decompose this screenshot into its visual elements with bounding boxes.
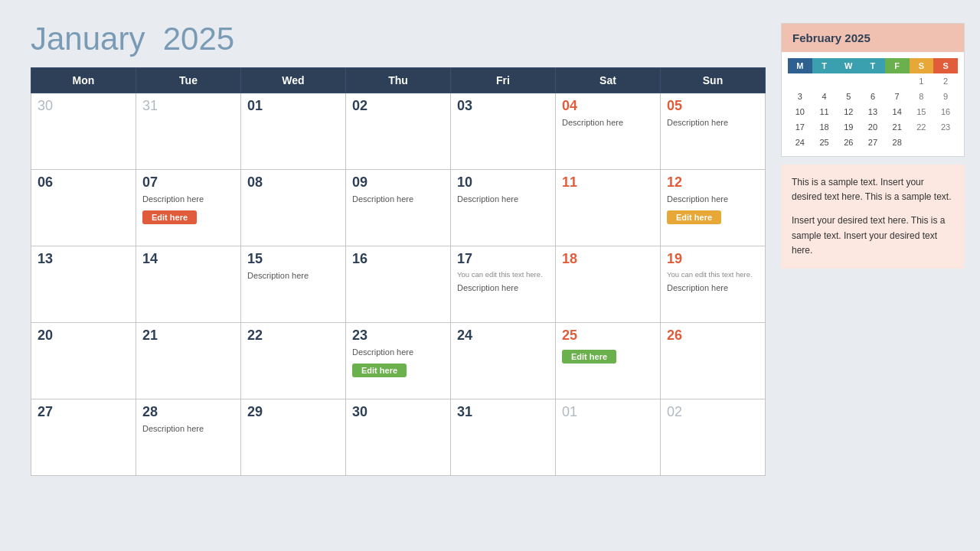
weekday-header-tue: Tue (136, 68, 241, 93)
calendar-cell: 22 (241, 323, 346, 399)
day-number: 30 (38, 98, 129, 114)
day-number: 31 (457, 404, 549, 420)
day-number: 12 (667, 174, 759, 191)
day-number: 26 (667, 328, 759, 344)
mini-weekday-f-4: F (885, 58, 910, 73)
calendar-cell: 24 (451, 323, 556, 399)
sidebar-text-block: This is a sample text. Insert your desir… (781, 165, 965, 269)
day-number: 20 (38, 328, 129, 344)
calendar-cell: 29 (241, 399, 346, 476)
mini-cal-cell: 24 (788, 135, 812, 150)
calendar-cell: 25Edit here (556, 323, 661, 399)
day-description: Description here (667, 117, 759, 128)
day-number: 04 (562, 98, 654, 114)
day-number: 07 (142, 174, 234, 191)
mini-cal-cell: 21 (885, 119, 910, 135)
weekday-header-fri: Fri (451, 68, 556, 93)
mini-cal-cell (812, 73, 837, 89)
day-number: 24 (457, 328, 549, 344)
day-number: 29 (247, 404, 339, 420)
edit-button[interactable]: Edit here (667, 210, 721, 224)
calendar-cell: 17You can edit this text here.Descriptio… (451, 246, 556, 323)
weekday-header-mon: Mon (31, 68, 136, 93)
edit-button[interactable]: Edit here (142, 210, 197, 224)
calendar-cell: 01 (556, 399, 661, 476)
mini-cal-cell: 6 (861, 89, 885, 104)
weekday-header-wed: Wed (241, 68, 346, 93)
mini-cal-cell: 28 (885, 135, 910, 150)
day-number: 22 (247, 328, 339, 344)
calendar-cell: 01 (241, 93, 346, 170)
day-description: Description here (562, 117, 654, 128)
day-description: Description here (142, 423, 234, 434)
sidebar-text-1: This is a sample text. Insert your desir… (792, 175, 954, 204)
mini-weekday-s-5: S (910, 58, 934, 73)
mini-cal-cell (910, 135, 934, 150)
edit-button[interactable]: Edit here (562, 350, 616, 364)
mini-cal-cell: 17 (788, 119, 812, 135)
calendar-cell: 08 (241, 170, 346, 246)
small-note: You can edit this text here. (667, 270, 759, 279)
mini-cal-cell: 4 (812, 89, 837, 104)
mini-cal-cell: 9 (933, 89, 958, 104)
mini-cal-cell (933, 135, 958, 150)
day-description: Description here (352, 194, 444, 204)
calendar-cell: 28Description here (136, 399, 241, 476)
mini-cal-cell: 8 (910, 89, 934, 104)
day-number: 21 (142, 328, 234, 344)
calendar-cell: 14 (136, 246, 241, 323)
mini-cal-cell: 1 (910, 73, 934, 89)
calendar-cell: 15Description here (241, 246, 346, 323)
sidebar-text-2: Insert your desired text here. This is a… (792, 214, 954, 258)
day-number: 08 (247, 174, 339, 191)
day-number: 10 (457, 174, 549, 191)
calendar-cell: 13 (31, 246, 136, 323)
calendar-cell: 02 (346, 93, 451, 170)
calendar-cell: 04Description here (556, 93, 661, 170)
day-number: 11 (562, 174, 654, 191)
calendar-cell: 03 (451, 93, 556, 170)
day-number: 09 (352, 174, 444, 191)
weekday-header-sat: Sat (556, 68, 661, 93)
day-description: Description here (352, 347, 444, 357)
mini-weekday-t-1: T (812, 58, 837, 73)
mini-cal-cell (861, 73, 885, 89)
mini-weekday-t-3: T (861, 58, 885, 73)
mini-cal-cell: 13 (861, 104, 885, 119)
calendar-cell: 10Description here (451, 170, 556, 246)
weekday-header-sun: Sun (661, 68, 766, 93)
mini-cal-cell: 5 (836, 89, 861, 104)
main-calendar: January 2025 MonTueWedThuFriSatSun 30310… (31, 23, 766, 536)
calendar-cell: 05Description here (661, 93, 766, 170)
calendar-cell: 27 (31, 399, 136, 476)
mini-calendar-box: February 2025 MTWTFSS1234567891011121314… (781, 23, 965, 157)
calendar-cell: 30 (346, 399, 451, 476)
calendar-cell: 18 (556, 246, 661, 323)
day-number: 27 (38, 404, 129, 420)
calendar-cell: 20 (31, 323, 136, 399)
mini-cal-cell: 11 (812, 104, 837, 119)
mini-cal-cell: 12 (836, 104, 861, 119)
main-title: January 2025 (31, 23, 766, 55)
mini-weekday-m-0: M (788, 58, 812, 73)
calendar-cell: 12Description hereEdit here (661, 170, 766, 246)
day-number: 16 (352, 251, 444, 267)
month-label: January (31, 21, 145, 57)
day-number: 03 (457, 98, 549, 114)
mini-cal-cell: 23 (933, 119, 958, 135)
day-number: 15 (247, 251, 339, 267)
day-description: Description here (142, 194, 234, 204)
edit-button[interactable]: Edit here (352, 364, 407, 377)
calendar-cell: 16 (346, 246, 451, 323)
calendar-cell: 06 (31, 170, 136, 246)
day-number: 31 (142, 98, 234, 114)
mini-cal-cell (788, 73, 812, 89)
calendar-cell: 19You can edit this text here.Descriptio… (661, 246, 766, 323)
small-note: You can edit this text here. (457, 270, 549, 279)
calendar-cell: 09Description here (346, 170, 451, 246)
day-number: 05 (667, 98, 759, 114)
mini-calendar-table: MTWTFSS123456789101112131415161718192021… (788, 58, 958, 150)
mini-cal-cell (885, 73, 910, 89)
day-number: 06 (38, 174, 129, 191)
calendar-cell: 21 (136, 323, 241, 399)
